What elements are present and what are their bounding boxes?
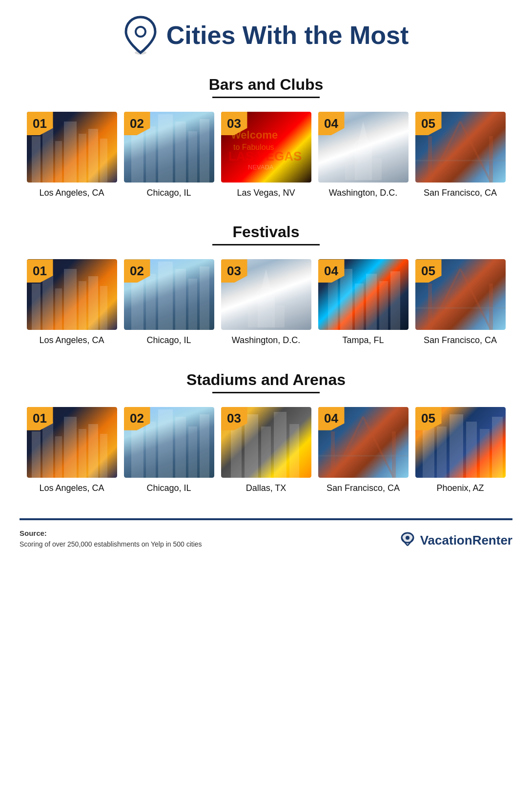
svg-rect-40 (188, 279, 197, 330)
svg-text:LAS VEGAS: LAS VEGAS (228, 149, 302, 163)
city-name: Chicago, IL (146, 483, 191, 494)
svg-rect-82 (437, 427, 447, 478)
city-name: Los Angeles, CA (39, 483, 104, 494)
section-stadiums-arenas: Stadiums and Arenas 01Los Angeles, CA 02… (20, 371, 512, 494)
svg-rect-60 (55, 436, 62, 478)
section-bars-clubs: Bars and Clubs 01Los Angeles, CA 02Chica… (20, 76, 512, 199)
svg-rect-58 (32, 431, 41, 478)
brand-icon (399, 532, 416, 549)
city-item: 05San Francisco, CA (415, 112, 506, 199)
city-name: San Francisco, CA (327, 483, 400, 494)
city-image-wrapper: 01 (27, 407, 117, 478)
svg-rect-61 (64, 417, 77, 478)
svg-rect-31 (55, 288, 62, 330)
city-grid-stadiums-arenas: 01Los Angeles, CA 02Chicago, IL 03Dallas… (20, 407, 512, 494)
city-image-wrapper: 02 (124, 259, 214, 330)
city-name: Chicago, IL (146, 335, 191, 346)
section-title-bars-clubs: Bars and Clubs (20, 76, 512, 94)
svg-rect-12 (175, 122, 186, 183)
city-name: Washington, D.C. (232, 335, 300, 346)
svg-rect-2 (32, 136, 41, 183)
svg-rect-41 (200, 266, 209, 330)
svg-point-1 (136, 27, 145, 37)
city-grid-bars-clubs: 01Los Angeles, CA 02Chicago, IL Welcome … (20, 112, 512, 199)
city-name: Las Vegas, NV (237, 187, 295, 199)
city-image-wrapper: 05 (415, 112, 506, 183)
svg-rect-52 (390, 271, 400, 330)
city-item: Welcome to Fabulous LAS VEGAS NEVADA 03L… (221, 112, 311, 199)
city-image-wrapper: Welcome to Fabulous LAS VEGAS NEVADA 03 (221, 112, 311, 183)
svg-marker-43 (259, 269, 273, 298)
source-label: Source: (20, 529, 47, 537)
svg-rect-49 (355, 284, 364, 330)
svg-rect-7 (88, 129, 98, 183)
svg-rect-44 (248, 305, 260, 327)
svg-rect-30 (42, 274, 53, 330)
svg-rect-4 (55, 141, 62, 183)
svg-rect-13 (188, 131, 197, 183)
svg-rect-69 (188, 427, 197, 478)
city-name: San Francisco, CA (424, 187, 497, 199)
svg-rect-75 (289, 424, 299, 478)
svg-rect-39 (175, 269, 186, 330)
svg-marker-20 (356, 122, 370, 151)
city-item: 04San Francisco, CA (318, 407, 409, 494)
city-name: San Francisco, CA (424, 335, 497, 346)
svg-rect-59 (42, 422, 53, 478)
city-item: 05San Francisco, CA (415, 259, 506, 346)
svg-rect-67 (158, 409, 173, 478)
city-image-wrapper: 02 (124, 112, 214, 183)
svg-rect-68 (175, 417, 186, 478)
section-underline (212, 392, 320, 393)
svg-rect-8 (100, 139, 107, 183)
city-item: 02Chicago, IL (124, 259, 214, 346)
svg-rect-70 (200, 414, 209, 478)
section-title-festivals: Festivals (20, 223, 512, 241)
city-name: Phoenix, AZ (436, 483, 484, 494)
sections-container: Bars and Clubs 01Los Angeles, CA 02Chica… (20, 76, 512, 494)
svg-rect-3 (42, 126, 53, 183)
svg-text:NEVADA: NEVADA (248, 163, 274, 171)
svg-rect-63 (88, 424, 98, 478)
svg-rect-19 (355, 151, 372, 180)
city-image-wrapper: 03 (221, 407, 311, 478)
city-item: 03Dallas, TX (221, 407, 311, 494)
city-name: Los Angeles, CA (39, 335, 104, 346)
svg-rect-85 (480, 429, 490, 478)
svg-rect-47 (328, 279, 338, 330)
city-image-wrapper: 01 (27, 112, 117, 183)
brand-logo: VacationRenter (399, 532, 512, 549)
svg-rect-50 (366, 274, 377, 330)
svg-rect-5 (64, 122, 77, 183)
svg-rect-32 (64, 269, 77, 330)
svg-rect-35 (100, 286, 107, 330)
svg-line-54 (460, 269, 491, 330)
svg-rect-74 (274, 412, 286, 478)
svg-rect-29 (32, 284, 41, 330)
city-name: Tampa, FL (342, 335, 384, 346)
svg-rect-64 (100, 434, 107, 478)
page-footer: Source: Scoring of over 250,000 establis… (20, 518, 512, 549)
city-item: 01Los Angeles, CA (27, 407, 117, 494)
page-header: Cities With the Most (20, 15, 512, 61)
svg-rect-22 (369, 158, 382, 180)
section-underline (212, 97, 320, 98)
city-name: Chicago, IL (146, 187, 191, 199)
city-image-wrapper: 04 (318, 407, 409, 478)
city-image-wrapper: 02 (124, 407, 214, 478)
svg-rect-66 (146, 422, 156, 478)
svg-rect-73 (261, 427, 271, 478)
city-item: 01Los Angeles, CA (27, 112, 117, 199)
city-name: Dallas, TX (246, 483, 286, 494)
section-underline (212, 244, 320, 245)
location-pin-icon (123, 15, 158, 56)
svg-rect-37 (146, 274, 156, 330)
svg-point-88 (406, 536, 409, 540)
brand-name: VacationRenter (420, 533, 512, 548)
source-info: Source: Scoring of over 250,000 establis… (20, 528, 202, 549)
city-item: 04Washington, D.C. (318, 112, 409, 199)
city-image-wrapper: 05 (415, 259, 506, 330)
city-name: Washington, D.C. (329, 187, 397, 199)
city-image-wrapper: 01 (27, 259, 117, 330)
svg-line-77 (363, 417, 394, 478)
